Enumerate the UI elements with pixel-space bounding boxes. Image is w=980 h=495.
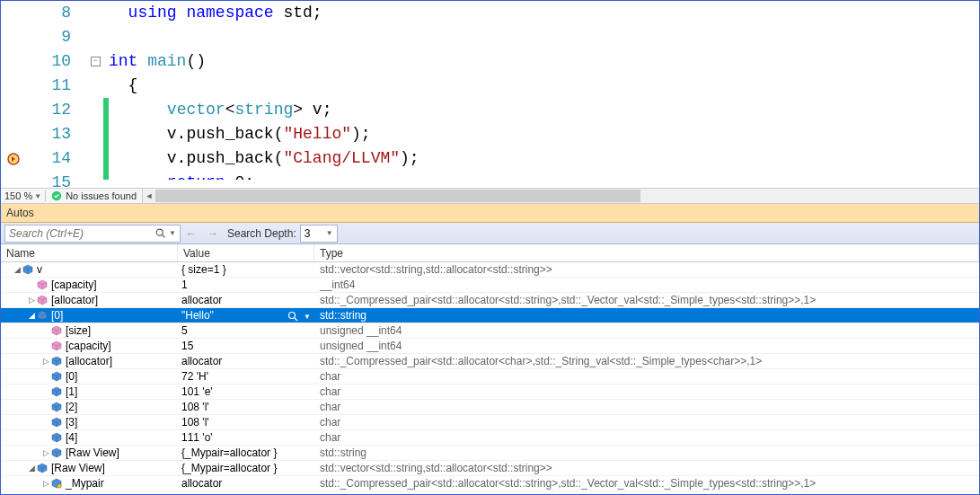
- code-editor[interactable]: 89101112131415 − using namespace std; in…: [1, 1, 979, 188]
- column-header-type[interactable]: Type: [314, 244, 979, 261]
- table-row[interactable]: ▷[allocator]allocatorstd::_Compressed_pa…: [1, 293, 979, 308]
- cube-blue-icon: [51, 447, 62, 458]
- variable-value[interactable]: 101 'e': [178, 385, 314, 398]
- variable-value[interactable]: 1: [178, 278, 314, 291]
- svg-line-5: [295, 318, 297, 321]
- variable-value[interactable]: 72 'H': [178, 370, 314, 383]
- variable-value[interactable]: allocator: [178, 294, 314, 306]
- search-depth-combo[interactable]: 3 ▼: [300, 225, 338, 243]
- variable-value[interactable]: allocator: [178, 355, 314, 367]
- cube-blue-icon: [22, 264, 33, 275]
- zoom-value: 150 %: [4, 190, 32, 201]
- table-row[interactable]: [0]72 'H'char: [1, 369, 979, 385]
- svg-point-2: [156, 229, 163, 235]
- table-row[interactable]: ◢[0]"Hello"▼std::string: [1, 308, 979, 323]
- expand-toggle[interactable]: ▷: [40, 447, 51, 458]
- chevron-down-icon[interactable]: ▼: [304, 313, 311, 321]
- variable-value[interactable]: allocator: [178, 477, 314, 490]
- variable-value[interactable]: 108 'l': [178, 416, 314, 429]
- table-row[interactable]: [capacity]15unsigned __int64: [1, 339, 979, 354]
- table-row[interactable]: [size]5unsigned __int64: [1, 323, 979, 339]
- expand-toggle[interactable]: ▷: [26, 295, 37, 305]
- variable-value[interactable]: "Hello"▼: [178, 309, 314, 322]
- fold-toggle[interactable]: −: [91, 57, 101, 66]
- variable-type: char: [314, 385, 979, 398]
- variable-name: [0]: [51, 309, 63, 322]
- variable-value[interactable]: 5: [178, 324, 314, 337]
- variable-name: [1]: [66, 385, 77, 398]
- table-row[interactable]: ◢[Raw View]{_Mypair=allocator }std::vect…: [1, 461, 979, 476]
- table-row[interactable]: [2]108 'l'char: [1, 400, 979, 415]
- svg-point-4: [289, 313, 296, 319]
- expand-toggle[interactable]: ◢: [26, 463, 37, 473]
- table-row[interactable]: [capacity]1__int64: [1, 278, 979, 293]
- table-row[interactable]: ▷[allocator]allocatorstd::_Compressed_pa…: [1, 354, 979, 369]
- expand-toggle[interactable]: ◢: [12, 264, 22, 275]
- variable-value[interactable]: 108 'l': [178, 401, 314, 413]
- breakpoint-gutter[interactable]: [1, 1, 26, 188]
- variable-type: std::string: [314, 446, 979, 459]
- expand-toggle[interactable]: ◢: [26, 310, 37, 321]
- variable-type: __int64: [314, 278, 979, 291]
- cube-blue-icon: [51, 432, 62, 443]
- variable-value[interactable]: {_Mypair=allocator }: [178, 446, 314, 459]
- nav-forward-button[interactable]: →: [203, 225, 223, 243]
- search-depth-label: Search Depth:: [227, 227, 296, 240]
- table-row[interactable]: ▷_Mypairallocatorstd::_Compressed_pair<s…: [1, 476, 979, 491]
- variable-name: [size]: [66, 324, 91, 337]
- variable-type: std::vector<std::string,std::allocator<s…: [314, 462, 979, 474]
- variable-name: [Raw View]: [66, 446, 119, 459]
- svg-line-3: [163, 234, 165, 237]
- variable-name: [0]: [66, 370, 77, 383]
- column-header-name[interactable]: Name: [1, 244, 178, 261]
- scrollbar-thumb[interactable]: [155, 190, 640, 202]
- column-header-value[interactable]: Value: [178, 244, 314, 261]
- variable-type: char: [314, 401, 979, 413]
- fold-gutter[interactable]: −: [87, 1, 103, 188]
- table-row[interactable]: [1]101 'e'char: [1, 385, 979, 400]
- search-icon[interactable]: [155, 227, 167, 240]
- scroll-left-button[interactable]: ◄: [143, 190, 155, 202]
- expand-toggle[interactable]: ▷: [40, 356, 51, 367]
- cube-blue-icon: [51, 386, 62, 397]
- variable-name: v: [37, 263, 42, 276]
- watch-grid-header[interactable]: Name Value Type: [1, 244, 979, 262]
- cube-lock-icon: [51, 478, 62, 489]
- svg-rect-6: [57, 484, 61, 488]
- depth-value: 3: [305, 227, 311, 240]
- table-row[interactable]: ▷[Raw View]{_Mypair=allocator }std::stri…: [1, 446, 979, 461]
- variable-type: char: [314, 416, 979, 429]
- cube-blue-icon: [37, 463, 48, 473]
- variable-name: [allocator]: [66, 355, 112, 367]
- expand-toggle[interactable]: ▷: [40, 478, 51, 489]
- search-box[interactable]: ▼: [4, 225, 181, 243]
- variable-type: std::_Compressed_pair<std::allocator<cha…: [314, 355, 979, 367]
- issues-text: No issues found: [66, 190, 137, 201]
- chevron-down-icon[interactable]: ▼: [169, 229, 176, 237]
- code-area[interactable]: using namespace std; int main() { vector…: [109, 1, 979, 188]
- variable-type: char: [314, 431, 979, 444]
- variable-type: std::_Compressed_pair<std::allocator<std…: [314, 294, 979, 306]
- chevron-down-icon: ▼: [34, 192, 41, 200]
- issues-indicator[interactable]: No issues found: [45, 190, 142, 201]
- variable-value[interactable]: 15: [178, 340, 314, 352]
- line-number-gutter: 89101112131415: [26, 1, 87, 188]
- watch-grid-body[interactable]: ◢v{ size=1 }std::vector<std::string,std:…: [1, 262, 979, 492]
- chevron-down-icon: ▼: [326, 229, 333, 237]
- variable-value[interactable]: {_Mypair=allocator }: [178, 462, 314, 474]
- nav-back-button[interactable]: ←: [181, 225, 201, 243]
- variable-type: unsigned __int64: [314, 340, 979, 352]
- variable-value[interactable]: { size=1 }: [178, 263, 314, 276]
- editor-horizontal-scrollbar[interactable]: ◄: [142, 189, 979, 203]
- variable-value[interactable]: 111 'o': [178, 431, 314, 444]
- zoom-combo[interactable]: 150 % ▼: [1, 190, 45, 201]
- variable-type: char: [314, 370, 979, 383]
- cube-blue-icon: [37, 310, 48, 321]
- table-row[interactable]: [4]111 'o'char: [1, 430, 979, 446]
- search-input[interactable]: [9, 227, 155, 240]
- autos-panel-header[interactable]: Autos: [1, 204, 979, 223]
- check-circle-icon: [51, 190, 62, 201]
- table-row[interactable]: [3]108 'l'char: [1, 415, 979, 430]
- table-row[interactable]: ◢v{ size=1 }std::vector<std::string,std:…: [1, 262, 979, 278]
- text-visualizer-icon[interactable]: [287, 311, 298, 322]
